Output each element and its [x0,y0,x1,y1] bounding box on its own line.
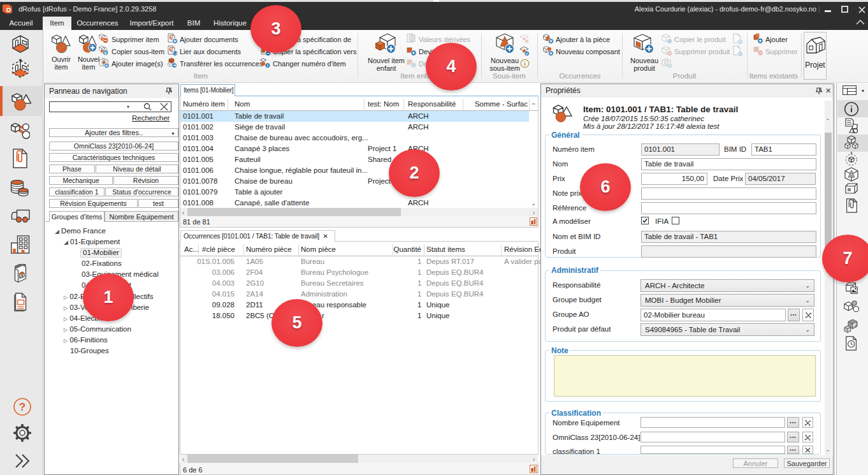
svg-text:?: ? [19,401,25,413]
